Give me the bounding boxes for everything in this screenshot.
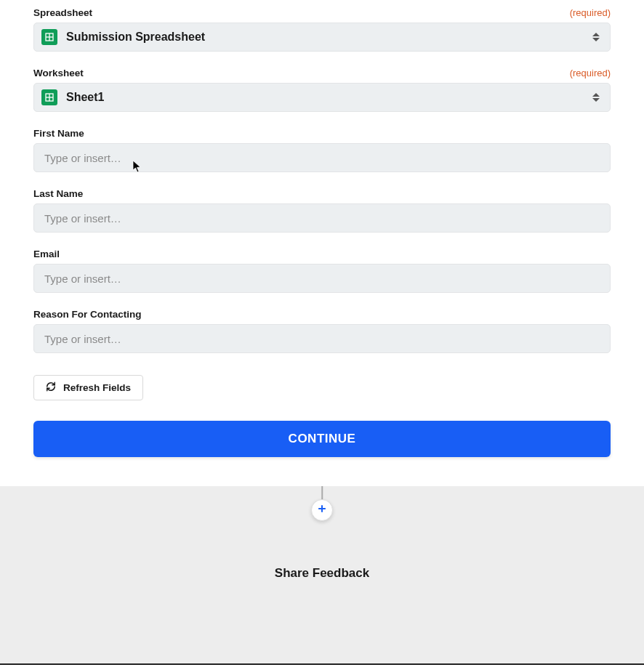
required-tag: (required) (570, 7, 611, 18)
form-card: Spreadsheet (required) Submission Spread… (0, 0, 644, 486)
add-step-button[interactable] (311, 499, 333, 521)
field-worksheet: Worksheet (required) Sheet1 (33, 68, 611, 112)
spreadsheet-value: Submission Spreadsheet (66, 31, 205, 44)
worksheet-value: Sheet1 (66, 91, 104, 104)
refresh-row: Refresh Fields (33, 375, 611, 400)
field-first-name: First Name (33, 128, 611, 172)
field-email: Email (33, 249, 611, 293)
worksheet-label: Worksheet (33, 68, 84, 78)
first-name-label: First Name (33, 128, 84, 139)
google-sheets-icon (41, 29, 57, 45)
spreadsheet-label: Spreadsheet (33, 7, 92, 18)
worksheet-select[interactable]: Sheet1 (33, 83, 611, 112)
field-label-row: Email (33, 249, 611, 259)
reason-input[interactable] (33, 324, 611, 353)
email-label: Email (33, 249, 60, 259)
required-tag: (required) (570, 68, 611, 78)
field-label-row: Reason For Contacting (33, 309, 611, 320)
canvas-area: Share Feedback (0, 486, 644, 665)
plus-icon (317, 504, 327, 517)
refresh-label: Refresh Fields (63, 382, 131, 393)
updown-icon (592, 93, 600, 102)
continue-button[interactable]: CONTINUE (33, 421, 611, 457)
updown-icon (592, 33, 600, 41)
field-label-row: First Name (33, 128, 611, 139)
first-name-input[interactable] (33, 143, 611, 172)
spreadsheet-select[interactable]: Submission Spreadsheet (33, 23, 611, 52)
field-last-name: Last Name (33, 188, 611, 233)
reason-label: Reason For Contacting (33, 309, 142, 320)
last-name-label: Last Name (33, 188, 83, 199)
refresh-fields-button[interactable]: Refresh Fields (33, 375, 143, 400)
field-spreadsheet: Spreadsheet (required) Submission Spread… (33, 7, 611, 52)
field-reason: Reason For Contacting (33, 309, 611, 353)
field-label-row: Worksheet (required) (33, 68, 611, 78)
email-input[interactable] (33, 264, 611, 293)
google-sheets-icon (41, 89, 57, 105)
share-feedback-link[interactable]: Share Feedback (275, 566, 369, 581)
field-label-row: Last Name (33, 188, 611, 199)
refresh-icon (46, 382, 56, 394)
field-label-row: Spreadsheet (required) (33, 7, 611, 18)
connector-line (321, 486, 323, 501)
last-name-input[interactable] (33, 203, 611, 233)
